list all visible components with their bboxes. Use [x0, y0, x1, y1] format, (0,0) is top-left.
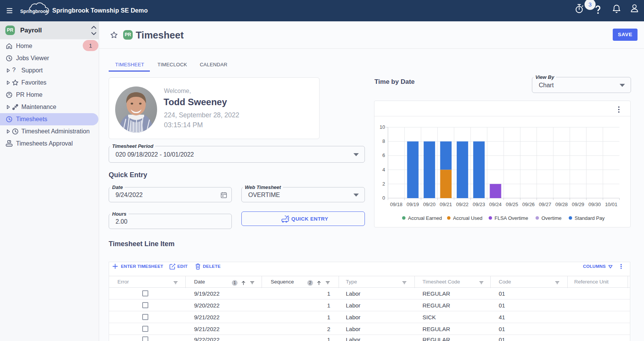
- svg-text:4: 4: [382, 167, 385, 173]
- svg-text:6: 6: [382, 152, 385, 158]
- svg-text:09/22: 09/22: [456, 202, 469, 207]
- svg-text:09/24: 09/24: [489, 202, 502, 207]
- svg-text:09/23: 09/23: [473, 202, 485, 207]
- svg-text:09/20: 09/20: [423, 202, 436, 207]
- svg-text:09/26: 09/26: [522, 202, 535, 207]
- svg-text:10/01: 10/01: [605, 202, 618, 207]
- svg-text:Accrual Earned: Accrual Earned: [408, 215, 442, 221]
- svg-text:2: 2: [382, 181, 385, 187]
- svg-text:Accrual Used: Accrual Used: [453, 215, 482, 221]
- svg-text:09/27: 09/27: [539, 202, 551, 207]
- svg-text:10: 10: [380, 124, 385, 130]
- svg-text:09/28: 09/28: [556, 202, 568, 207]
- svg-text:Overtime: Overtime: [541, 215, 562, 221]
- svg-text:09/19: 09/19: [406, 202, 419, 207]
- svg-text:0: 0: [382, 195, 385, 201]
- svg-text:09/18: 09/18: [390, 202, 403, 207]
- svg-text:09/21: 09/21: [440, 202, 452, 207]
- svg-text:09/30: 09/30: [588, 202, 601, 207]
- svg-text:8: 8: [382, 138, 385, 144]
- svg-text:09/25: 09/25: [506, 202, 518, 207]
- svg-text:Springbrook: Springbrook: [20, 9, 48, 14]
- svg-text:Standard Pay: Standard Pay: [575, 215, 605, 221]
- svg-text:09/29: 09/29: [572, 202, 585, 207]
- svg-text:FLSA Overtime: FLSA Overtime: [495, 215, 528, 221]
